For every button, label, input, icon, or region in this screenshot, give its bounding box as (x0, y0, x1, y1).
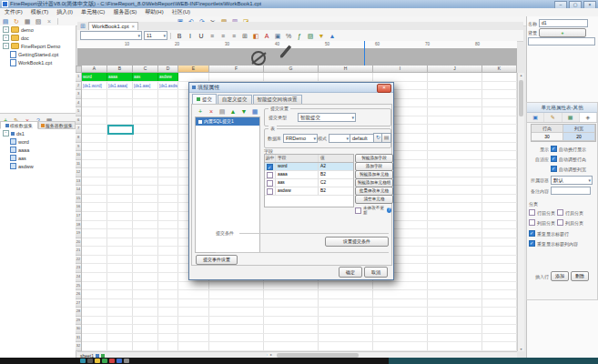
other-tab-icon[interactable]: ◈ (580, 113, 597, 122)
cancel-button[interactable]: 取消 (364, 267, 388, 278)
submit-event-button[interactable]: 提交事件设置 (196, 255, 238, 265)
autofit-height-checkbox[interactable] (551, 156, 557, 162)
selected-cell[interactable] (107, 125, 134, 135)
expand-icon[interactable]: + (3, 43, 9, 49)
window-titlebar[interactable]: FineReport设计器V8.0(简体中文版) - C:\FineReport… (0, 0, 598, 8)
add-grid-sheet-icon[interactable] (96, 354, 99, 358)
tab-smart-writeback[interactable]: 智能提交回填设置 (253, 95, 302, 104)
row-header-20[interactable]: 20 (76, 238, 81, 248)
repeat-title-row-checkbox[interactable] (529, 230, 535, 237)
refresh-icon[interactable]: ↻ (13, 17, 20, 25)
close-tab-icon[interactable]: × (132, 23, 136, 30)
select-all-corner[interactable] (76, 66, 82, 73)
column-header-C[interactable]: C (133, 66, 158, 73)
dataset-field[interactable]: aas (0, 154, 76, 162)
align-right-icon[interactable]: ≡ (230, 32, 238, 40)
col-width-value[interactable]: 20 (563, 133, 595, 141)
expand-icon[interactable]: + (3, 35, 9, 41)
row-header-14[interactable]: 14 (76, 186, 81, 195)
taskbar-app-icon[interactable] (109, 359, 115, 363)
database-select[interactable]: FRDemo (283, 134, 318, 143)
expand-all-icon[interactable]: ▦ (24, 17, 31, 25)
tab-server-dataset[interactable]: 服务器数据集 (38, 121, 76, 129)
cell-props-tab-icon[interactable]: ▣ (527, 113, 544, 122)
page-after-col-checkbox[interactable] (557, 219, 563, 226)
taskbar-app-icon[interactable] (102, 359, 107, 363)
field-mapping-table[interactable]: 选中 字段 值 word A2 aaaa B2 aas C2 asdww (264, 154, 354, 207)
properties-panel-title[interactable]: 单元格属性表-其他 (527, 103, 597, 113)
page-before-col-checkbox[interactable] (529, 219, 535, 226)
nochange-checkbox[interactable] (355, 207, 361, 214)
table-row[interactable]: word A2 (265, 163, 353, 171)
dataset-field[interactable]: word (0, 137, 76, 146)
windows-taskbar[interactable] (0, 358, 598, 364)
tab-submit[interactable]: 提交 (192, 94, 217, 104)
row-header-4[interactable]: 4 (76, 99, 81, 108)
move-down-icon[interactable]: ▼ (240, 107, 248, 116)
font-size-select[interactable]: 11 (144, 31, 167, 40)
tree-item-folder[interactable]: + demo (0, 25, 76, 34)
row-header-28[interactable]: 28 (76, 308, 81, 317)
row-header-16[interactable]: 16 (76, 203, 81, 212)
font-color-icon[interactable]: A (263, 32, 270, 40)
align-left-icon[interactable]: ≡ (208, 32, 216, 40)
column-header-F[interactable]: F (209, 66, 264, 73)
row-header-21[interactable]: 21 (76, 247, 81, 256)
bold-icon[interactable]: B (176, 32, 183, 40)
row-header-7[interactable]: 7 (76, 125, 81, 134)
row-checkbox[interactable] (267, 180, 273, 187)
tree-item-folder[interactable]: + doc (0, 34, 76, 42)
borders-icon[interactable]: ⊞ (241, 32, 248, 40)
font-family-select[interactable] (80, 31, 142, 40)
row-header-10[interactable]: 10 (76, 151, 81, 160)
ok-button[interactable]: 确定 (339, 267, 362, 278)
row-header-27[interactable]: 27 (76, 299, 81, 308)
table-row[interactable]: asdww B2 (265, 187, 353, 196)
new-tab-icon[interactable]: ⊞ (79, 22, 86, 30)
add-background-button[interactable]: + (539, 28, 586, 37)
row-header-29[interactable]: 29 (76, 317, 81, 326)
widget-tab-icon[interactable]: ▦ (563, 113, 580, 122)
scrollbar-thumb[interactable] (519, 80, 523, 116)
sort-icon[interactable]: ▲ (329, 32, 336, 40)
page-after-row-checkbox[interactable] (557, 209, 563, 216)
dataset-field[interactable]: asdww (0, 162, 76, 170)
row-header-24[interactable]: 24 (76, 273, 81, 282)
config-icon[interactable]: ▦ (251, 107, 258, 116)
dataset-root[interactable]: − ds1 (0, 129, 76, 137)
menu-community[interactable]: 社区(U) (172, 8, 190, 16)
new-template-icon[interactable]: ▤ (2, 17, 9, 25)
data-binding-cell[interactable]: [ds1.word] (82, 82, 106, 90)
taskbar-app-icon[interactable] (124, 359, 129, 363)
row-header-6[interactable]: 6 (76, 116, 81, 126)
row-header-15[interactable]: 15 (76, 195, 81, 204)
data-binding-cell[interactable]: [ds1.aas] (133, 82, 157, 90)
repeat-title-col-checkbox[interactable] (529, 240, 535, 247)
row-header-23[interactable]: 23 (76, 264, 81, 273)
help-icon[interactable]: ? (387, 207, 391, 213)
column-header-K[interactable]: K (482, 66, 517, 73)
collapse-all-icon[interactable]: ▧ (35, 17, 42, 25)
row-header-18[interactable]: 18 (76, 221, 81, 230)
copy-icon[interactable]: ▤ (218, 107, 226, 116)
row-header-17[interactable]: 17 (76, 212, 81, 221)
row-checkbox[interactable] (267, 188, 273, 195)
pick-table-icon[interactable]: ▤ (381, 133, 391, 143)
menu-insert[interactable]: 插入(I) (56, 8, 73, 16)
filter-icon[interactable]: ▼ (318, 32, 325, 40)
tab-template-dataset[interactable]: 模板数据集 (0, 121, 38, 129)
add-poly-sheet-icon[interactable] (101, 354, 105, 358)
expand-icon[interactable]: + (3, 26, 9, 33)
row-header-3[interactable]: 3 (76, 90, 81, 99)
data-binding-cell[interactable]: [ds1.asdww] (158, 82, 177, 90)
underline-icon[interactable]: U (198, 32, 205, 40)
tree-item-file[interactable]: GettingStarted.cpt (0, 50, 76, 58)
template-tab[interactable]: WorkBook1.cpt × (88, 22, 138, 30)
taskbar-app-icon[interactable] (80, 359, 86, 363)
menu-template[interactable]: 模板(T) (31, 8, 49, 16)
add-button[interactable]: 添加 (551, 271, 569, 281)
row-header-19[interactable]: 19 (76, 229, 81, 238)
column-header-J[interactable]: J (428, 66, 482, 73)
style-tab-icon[interactable]: ✎ (544, 113, 562, 122)
column-header-H[interactable]: H (319, 66, 373, 73)
